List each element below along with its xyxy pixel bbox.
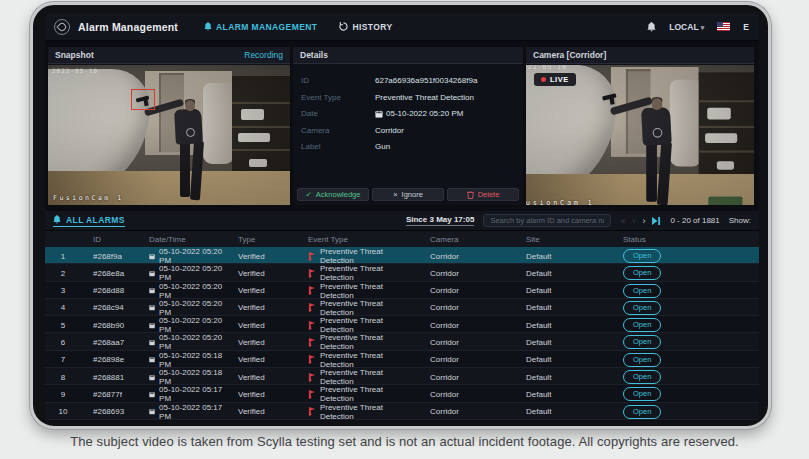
disclaimer-caption: The subject video is taken from Scylla t… (0, 434, 809, 449)
calendar-icon (149, 391, 155, 398)
search-input[interactable] (483, 214, 611, 227)
video-timestamp-overlay: 2022-05-10 (526, 65, 567, 70)
field-label: Event Type (301, 93, 375, 102)
acknowledge-button[interactable]: ✓Acknowledge (297, 188, 369, 201)
nav-alarm-management[interactable]: ALARM MANAGEMENT (204, 22, 317, 32)
row-site: Default (514, 286, 611, 295)
threat-flag-icon (308, 321, 316, 330)
table-row[interactable]: 4 #268c94 05-10-2022 05:20 PM Verified P… (45, 299, 759, 316)
last-page-icon[interactable] (652, 217, 661, 225)
recording-link[interactable]: Recording (244, 50, 283, 60)
open-status-button[interactable]: Open (623, 353, 661, 367)
open-status-button[interactable]: Open (623, 387, 661, 401)
field-label: Date (301, 109, 375, 118)
app-title: Alarm Management (78, 21, 178, 33)
app-screen: Alarm Management ALARM MANAGEMENT HISTOR… (45, 13, 759, 421)
open-status-button[interactable]: Open (623, 301, 661, 315)
row-camera: Corridor (418, 338, 514, 347)
snapshot-title: Snapshot (55, 50, 94, 60)
table-row[interactable]: 6 #268aa7 05-10-2022 05:20 PM Verified P… (45, 333, 759, 350)
row-status: Open (611, 301, 759, 315)
table-row[interactable]: 8 #268881 05-10-2022 05:18 PM Verified P… (45, 368, 759, 385)
threat-flag-icon (308, 390, 316, 399)
table-row[interactable]: 9 #26877f 05-10-2022 05:17 PM Verified P… (45, 385, 759, 402)
camera-panel: Camera [Corridor] (526, 47, 754, 205)
col-camera[interactable]: Camera (418, 235, 514, 244)
calendar-icon (149, 322, 155, 329)
row-status: Open (611, 370, 759, 384)
open-status-button[interactable]: Open (623, 370, 661, 384)
row-type: Verified (226, 373, 296, 382)
threat-flag-icon (308, 338, 316, 347)
col-event-type[interactable]: Event Type (296, 235, 418, 244)
table-row[interactable]: 1 #268f9a 05-10-2022 05:20 PM Verified P… (45, 247, 759, 264)
table-row[interactable]: 5 #268b90 05-10-2022 05:20 PM Verified P… (45, 316, 759, 333)
row-site: Default (514, 355, 611, 364)
details-title: Details (300, 50, 328, 60)
row-site: Default (514, 321, 611, 330)
row-event-type: Preventive Threat Detection (296, 351, 418, 369)
col-type[interactable]: Type (226, 235, 296, 244)
x-icon: × (393, 190, 397, 199)
row-index: 6 (45, 338, 81, 347)
row-camera: Corridor (418, 373, 514, 382)
open-status-button[interactable]: Open (623, 266, 661, 280)
table-row[interactable]: 10 #268693 05-10-2022 05:17 PM Verified … (45, 403, 759, 420)
delete-button[interactable]: Delete (447, 188, 519, 201)
check-icon: ✓ (306, 190, 312, 199)
first-page-icon[interactable]: « (620, 216, 625, 226)
open-status-button[interactable]: Open (623, 284, 661, 298)
open-status-button[interactable]: Open (623, 318, 661, 332)
threat-flag-icon (308, 252, 316, 261)
col-id[interactable]: ID (81, 235, 137, 244)
row-status: Open (611, 249, 759, 263)
snapshot-panel: Snapshot Recording (48, 47, 290, 205)
calendar-icon (149, 253, 155, 260)
row-event-type: Preventive Threat Detection (296, 299, 418, 317)
top-bar: Alarm Management ALARM MANAGEMENT HISTOR… (45, 13, 759, 41)
live-dot (541, 77, 546, 82)
row-type: Verified (226, 252, 296, 261)
row-datetime: 05-10-2022 05:18 PM (137, 368, 226, 386)
row-datetime: 05-10-2022 05:20 PM (137, 299, 226, 317)
row-alarm-id: #268d88 (81, 286, 137, 295)
scylla-logo (54, 19, 70, 35)
table-row[interactable]: 3 #268d88 05-10-2022 05:20 PM Verified P… (45, 282, 759, 299)
row-status: Open (611, 284, 759, 298)
since-filter[interactable]: Since 3 May 17:05 (406, 215, 474, 226)
col-datetime[interactable]: Date/Time (137, 235, 226, 244)
open-status-button[interactable]: Open (623, 335, 661, 349)
row-datetime: 05-10-2022 05:20 PM (137, 333, 226, 351)
camera-title: Camera [Corridor] (533, 50, 606, 60)
table-row[interactable]: 7 #26898e 05-10-2022 05:18 PM Verified P… (45, 351, 759, 368)
language-label[interactable]: E (743, 22, 749, 32)
row-event-type: Preventive Threat Detection (296, 247, 418, 265)
row-index: 7 (45, 355, 81, 364)
row-datetime: 05-10-2022 05:20 PM (137, 316, 226, 334)
local-dropdown[interactable]: LOCAL ▾ (669, 22, 704, 32)
table-row[interactable]: 2 #268e8a 05-10-2022 05:20 PM Verified P… (45, 264, 759, 281)
ignore-button[interactable]: ×Ignore (372, 188, 444, 201)
col-site[interactable]: Site (514, 235, 611, 244)
open-status-button[interactable]: Open (623, 249, 661, 263)
all-alarms-toggle[interactable]: ALL ALARMS (53, 215, 125, 227)
prev-page-icon[interactable]: ‹ (632, 216, 635, 226)
calendar-icon (149, 408, 155, 415)
us-flag-icon[interactable] (717, 22, 730, 31)
row-alarm-id: #26877f (81, 390, 137, 399)
calendar-icon (149, 356, 155, 363)
row-status: Open (611, 335, 759, 349)
all-alarms-bar: ALL ALARMS Since 3 May 17:05 « ‹ › 0 - 2… (45, 211, 759, 231)
calendar-icon (149, 287, 155, 294)
notifications-bell-icon[interactable] (647, 22, 656, 32)
history-icon (339, 22, 348, 31)
live-camera-feed: 2022-05-10 FusionCam 1 LIVE (526, 65, 754, 205)
nav-history[interactable]: HISTORY (339, 22, 392, 32)
row-alarm-id: #268aa7 (81, 338, 137, 347)
col-status[interactable]: Status (611, 235, 759, 244)
row-datetime: 05-10-2022 05:20 PM (137, 264, 226, 282)
row-status: Open (611, 318, 759, 332)
open-status-button[interactable]: Open (623, 405, 661, 419)
calendar-icon (149, 339, 155, 346)
next-page-icon[interactable]: › (642, 216, 645, 226)
